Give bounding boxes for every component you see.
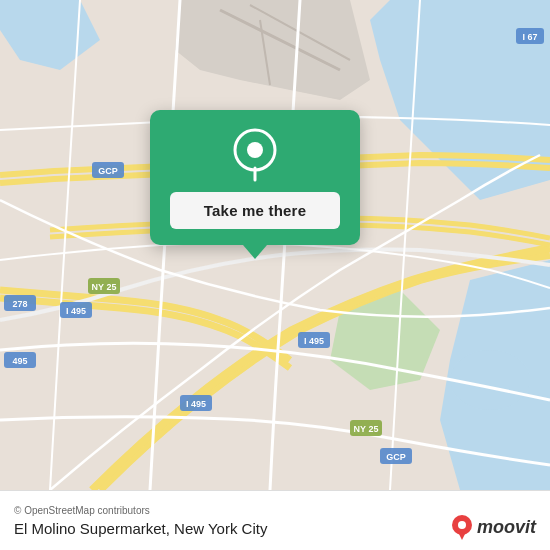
location-pin-icon xyxy=(228,128,282,182)
moovit-text: moovit xyxy=(477,517,536,538)
svg-text:I 495: I 495 xyxy=(186,399,206,409)
location-popup: Take me there xyxy=(150,110,360,245)
svg-marker-41 xyxy=(458,532,466,540)
moovit-pin-icon xyxy=(451,514,473,540)
svg-text:GCP: GCP xyxy=(386,452,406,462)
take-me-there-button[interactable]: Take me there xyxy=(170,192,340,229)
svg-text:278: 278 xyxy=(12,299,27,309)
map-background: 278 I 495 I 495 I 495 GCP GCP GCP NY 25A… xyxy=(0,0,550,490)
svg-point-37 xyxy=(247,142,263,158)
moovit-logo: moovit xyxy=(451,514,536,540)
svg-text:NY 25: NY 25 xyxy=(92,282,117,292)
svg-text:I 67: I 67 xyxy=(522,32,537,42)
svg-point-4 xyxy=(450,350,530,410)
map-container: 278 I 495 I 495 I 495 GCP GCP GCP NY 25A… xyxy=(0,0,550,490)
svg-text:I 495: I 495 xyxy=(304,336,324,346)
bottom-bar: © OpenStreetMap contributors El Molino S… xyxy=(0,490,550,550)
svg-text:495: 495 xyxy=(12,356,27,366)
svg-text:NY 25: NY 25 xyxy=(354,424,379,434)
svg-text:I 495: I 495 xyxy=(66,306,86,316)
svg-text:GCP: GCP xyxy=(98,166,118,176)
svg-point-40 xyxy=(458,521,466,529)
